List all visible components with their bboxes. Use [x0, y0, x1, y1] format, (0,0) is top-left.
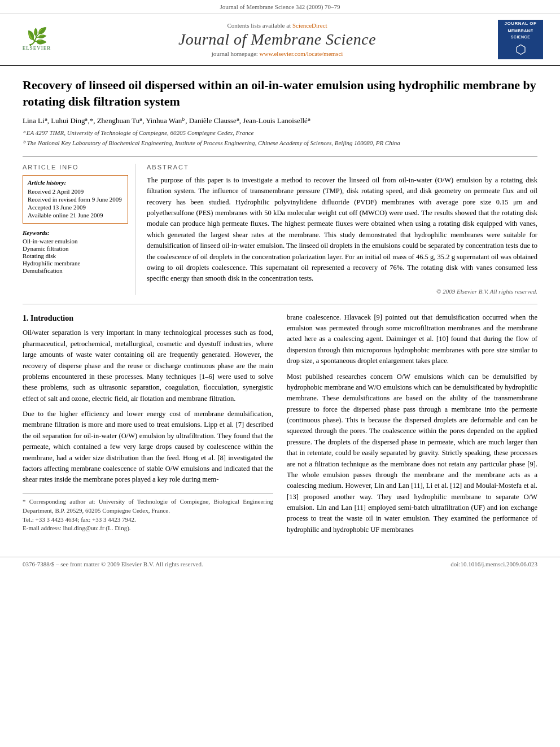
kw-1: Oil-in-water emulsion — [23, 238, 128, 244]
copyright-line: © 2009 Elsevier B.V. All rights reserved… — [147, 288, 537, 295]
journal-ref: Journal of Membrane Science 342 (2009) 7… — [220, 3, 340, 10]
journal-homepage: journal homepage: www.elsevier.com/locat… — [56, 50, 498, 57]
journal-title-banner: Journal of Membrane Science — [56, 30, 498, 49]
body-col-right: brane coalescence. Hlavacek [9] pointed … — [287, 312, 537, 540]
homepage-link[interactable]: www.elsevier.com/locate/memsci — [260, 50, 343, 57]
footnote-area: * Corresponding author at: University of… — [23, 493, 273, 534]
footnote-corresponding: * Corresponding author at: University of… — [23, 497, 273, 516]
article-info-box: Article history: Received 2 April 2009 R… — [23, 175, 128, 224]
accepted-date: Accepted 13 June 2009 — [28, 204, 123, 211]
homepage-url: www.elsevier.com/locate/memsci — [260, 50, 343, 57]
journal-logo-subtitle2: SCIENCE — [511, 34, 531, 40]
body-col-left-para1: Oil/water separation is very important i… — [23, 327, 273, 404]
affiliations: ᵃ EA 4297 TIMR, University of Technologi… — [23, 129, 537, 147]
journal-logo-subtitle: MEMBRANE — [508, 28, 533, 33]
section1-title-text: Introduction — [30, 314, 73, 322]
kw-3: Rotating disk — [23, 252, 128, 259]
kw-5: Demulsification — [23, 267, 128, 274]
issn-text: 0376-7388/$ – see front matter © 2009 El… — [23, 561, 203, 567]
keywords-title: Keywords: — [23, 229, 128, 236]
bottom-bar: 0376-7388/$ – see front matter © 2009 El… — [0, 557, 560, 571]
kw-2: Dynamic filtration — [23, 245, 128, 252]
journal-logo-title: journal of — [505, 21, 537, 27]
body-two-col: 1. Introduction Oil/water separation is … — [23, 312, 537, 540]
article-info-col: ARTICLE INFO Article history: Received 2… — [23, 164, 135, 295]
keywords-section: Keywords: Oil-in-water emulsion Dynamic … — [23, 229, 128, 274]
section1-title: 1. Introduction — [23, 312, 273, 325]
footnote-tel: Tel.: +33 3 4423 4634; fax: +33 3 4423 7… — [23, 516, 273, 525]
article-title: Recovery of linseed oil dispersed within… — [23, 77, 537, 110]
affiliation-a: ᵃ EA 4297 TIMR, University of Technologi… — [23, 129, 537, 137]
homepage-label: journal homepage: — [212, 50, 258, 57]
revised-date: Received in revised form 9 June 2009 — [28, 196, 123, 203]
body-col-left: 1. Introduction Oil/water separation is … — [23, 312, 273, 540]
authors-line: Lina Liᵃ, Luhui Dingᵃ,*, Zhenghuan Tuᵃ, … — [23, 116, 537, 125]
body-col-left-para2: Due to the higher efficiency and lower e… — [23, 409, 273, 486]
article-info-heading: ARTICLE INFO — [23, 164, 128, 171]
footnote-email: E-mail address: lhui.ding@utc.fr (L. Din… — [23, 524, 273, 533]
received-date: Received 2 April 2009 — [28, 188, 123, 195]
journal-logo-icon: ⬡ — [515, 42, 526, 58]
body-col-right-para1: brane coalescence. Hlavacek [9] pointed … — [287, 312, 537, 367]
journal-logo-right: journal of MEMBRANE SCIENCE ⬡ — [498, 20, 543, 59]
elsevier-tree-icon: 🌿 — [27, 28, 47, 45]
banner-center: Contents lists available at ScienceDirec… — [56, 22, 498, 57]
top-banner: 🌿 ELSEVIER Contents lists available at S… — [0, 14, 560, 66]
page-container: Journal of Membrane Science 342 (2009) 7… — [0, 0, 560, 747]
article-info-abstract: ARTICLE INFO Article history: Received 2… — [23, 156, 537, 295]
divider — [23, 304, 537, 304]
abstract-heading: ABSTRACT — [147, 164, 537, 171]
sciencedirect-anchor[interactable]: ScienceDirect — [292, 22, 327, 29]
elsevier-text: ELSEVIER — [23, 45, 51, 51]
article-content: Recovery of linseed oil dispersed within… — [0, 66, 560, 557]
sciencedirect-prefix: Contents lists available at — [227, 22, 291, 29]
body-col-right-para2: Most published researches concern O/W em… — [287, 372, 537, 536]
sciencedirect-name: ScienceDirect — [292, 22, 327, 29]
kw-4: Hydrophilic membrane — [23, 260, 128, 267]
footnote-email-label: E-mail address: — [23, 525, 62, 531]
journal-header: Journal of Membrane Science 342 (2009) 7… — [0, 0, 560, 14]
online-date: Available online 21 June 2009 — [28, 212, 123, 219]
section1-number: 1. — [23, 314, 29, 322]
affiliation-b: ᵇ The National Key Laboratory of Biochem… — [23, 139, 537, 147]
doi-text: doi:10.1016/j.memsci.2009.06.023 — [450, 561, 537, 567]
sciencedirect-link: Contents lists available at ScienceDirec… — [56, 22, 498, 29]
footnote-email-value: lhui.ding@utc.fr (L. Ding). — [63, 525, 130, 531]
article-history-title: Article history: — [28, 179, 123, 186]
abstract-col: ABSTRACT The purpose of this paper is to… — [147, 164, 537, 295]
abstract-text: The purpose of this paper is to investig… — [147, 175, 537, 285]
elsevier-logo: 🌿 ELSEVIER — [17, 24, 56, 55]
